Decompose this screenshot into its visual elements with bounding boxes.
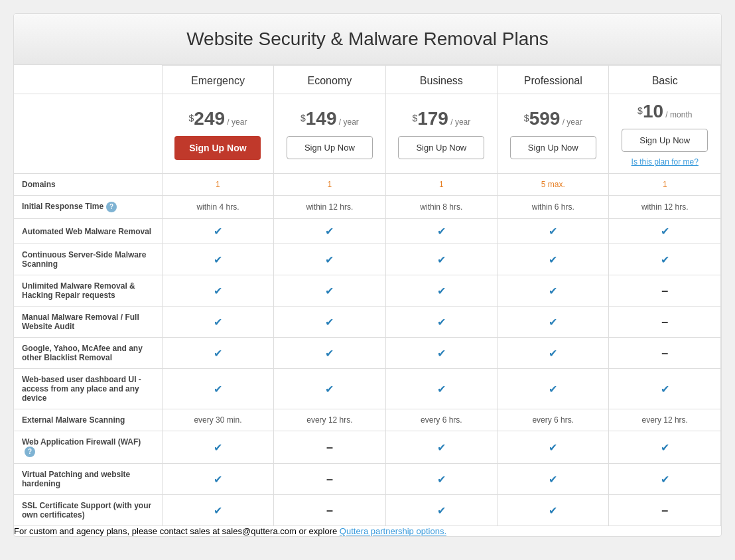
feature-row: SSL Certificate Support (with your own c… bbox=[14, 495, 721, 526]
footer-row: For custom and agency plans, please cont… bbox=[14, 526, 721, 537]
feature-row: Continuous Server-Side Malware Scanning✔… bbox=[14, 244, 721, 275]
check-icon: ✔ bbox=[214, 474, 222, 485]
check-icon: ✔ bbox=[325, 285, 334, 297]
feature-value: ✔ bbox=[385, 431, 497, 464]
signup-button-emergency[interactable]: Sign Up Now bbox=[174, 136, 261, 160]
feature-value: ✔ bbox=[274, 219, 385, 244]
feature-row: Domains1115 max.1 bbox=[14, 174, 721, 196]
check-icon: ✔ bbox=[549, 505, 557, 516]
feature-value: ✔ bbox=[498, 219, 609, 244]
feature-name: Initial Response Time? bbox=[14, 196, 162, 219]
feature-name: Web-based user dashboard UI - access fro… bbox=[14, 369, 162, 409]
feature-value: ✔ bbox=[385, 495, 497, 526]
feature-value: ✔ bbox=[498, 244, 609, 275]
feature-value: ✔ bbox=[162, 431, 273, 464]
empty-pricing bbox=[14, 94, 162, 174]
feature-value: ✔ bbox=[385, 307, 497, 338]
feature-value: ✔ bbox=[162, 219, 273, 244]
feature-value: ✔ bbox=[385, 219, 497, 244]
feature-value: – bbox=[609, 275, 721, 307]
plan-price-economy: $149 / yearSign Up Now bbox=[274, 94, 385, 174]
check-icon: ✔ bbox=[661, 254, 669, 265]
feature-value: – bbox=[609, 307, 721, 338]
check-icon: ✔ bbox=[214, 505, 222, 516]
check-icon: ✔ bbox=[325, 254, 334, 265]
dash-icon: – bbox=[326, 472, 333, 486]
page-header: Website Security & Malware Removal Plans bbox=[14, 14, 721, 65]
check-icon: ✔ bbox=[549, 348, 557, 359]
signup-button-basic[interactable]: Sign Up Now bbox=[622, 129, 708, 152]
feature-value: within 12 hrs. bbox=[609, 196, 721, 219]
check-icon: ✔ bbox=[325, 226, 334, 237]
check-icon: ✔ bbox=[214, 348, 222, 359]
check-icon: ✔ bbox=[661, 474, 669, 485]
feature-value: 5 max. bbox=[498, 174, 609, 196]
check-icon: ✔ bbox=[214, 254, 222, 265]
dash-icon: – bbox=[661, 284, 668, 297]
plan-name-basic: Basic bbox=[609, 66, 721, 94]
feature-value: ✔ bbox=[609, 464, 721, 495]
feature-value: – bbox=[274, 464, 385, 495]
check-icon: ✔ bbox=[325, 384, 334, 395]
feature-value: ✔ bbox=[609, 431, 721, 464]
feature-name: Unlimited Malware Removal & Hacking Repa… bbox=[14, 275, 162, 307]
main-container: Website Security & Malware Removal Plans… bbox=[13, 13, 722, 537]
feature-value: ✔ bbox=[162, 464, 273, 495]
help-icon[interactable]: ? bbox=[25, 447, 35, 457]
plan-price-basic: $10 / monthSign Up NowIs this plan for m… bbox=[609, 94, 721, 174]
check-icon: ✔ bbox=[549, 474, 557, 485]
check-icon: ✔ bbox=[437, 474, 446, 485]
check-icon: ✔ bbox=[661, 384, 669, 395]
feature-value: ✔ bbox=[274, 307, 385, 338]
feature-value: ✔ bbox=[385, 369, 497, 409]
feature-value: ✔ bbox=[498, 338, 609, 369]
feature-row: Unlimited Malware Removal & Hacking Repa… bbox=[14, 275, 721, 307]
check-icon: ✔ bbox=[325, 316, 334, 328]
feature-name: Domains bbox=[14, 174, 162, 196]
feature-name: Manual Malware Removal / Full Website Au… bbox=[14, 307, 162, 338]
help-icon[interactable]: ? bbox=[106, 202, 117, 212]
feature-value: ✔ bbox=[274, 275, 385, 307]
check-icon: ✔ bbox=[214, 226, 222, 237]
feature-row: External Malware Scanningevery 30 min.ev… bbox=[14, 409, 721, 431]
dash-icon: – bbox=[326, 441, 333, 454]
dash-icon: – bbox=[326, 504, 333, 517]
check-icon: ✔ bbox=[549, 254, 557, 265]
feature-value: ✔ bbox=[162, 495, 273, 526]
footer-link[interactable]: Quttera partnership options. bbox=[340, 526, 446, 536]
feature-value: ✔ bbox=[385, 338, 497, 369]
feature-value: ✔ bbox=[498, 307, 609, 338]
feature-name: Virtual Patching and website hardening bbox=[14, 464, 162, 495]
feature-value: ✔ bbox=[385, 244, 497, 275]
feature-name: Continuous Server-Side Malware Scanning bbox=[14, 244, 162, 275]
feature-row: Virtual Patching and website hardening✔–… bbox=[14, 464, 721, 495]
check-icon: ✔ bbox=[549, 384, 557, 395]
feature-value: within 8 hrs. bbox=[385, 196, 497, 219]
feature-value: 1 bbox=[274, 174, 385, 196]
check-icon: ✔ bbox=[661, 226, 669, 237]
signup-button-economy[interactable]: Sign Up Now bbox=[287, 136, 373, 159]
plan-name-professional: Professional bbox=[498, 66, 609, 94]
signup-button-business[interactable]: Sign Up Now bbox=[398, 136, 484, 159]
check-icon: ✔ bbox=[437, 226, 446, 237]
feature-value: 1 bbox=[609, 174, 721, 196]
feature-name: Automated Web Malware Removal bbox=[14, 219, 162, 244]
feature-value: – bbox=[609, 495, 721, 526]
check-icon: ✔ bbox=[437, 348, 446, 359]
check-icon: ✔ bbox=[325, 348, 334, 359]
plan-names-row: EmergencyEconomyBusinessProfessionalBasi… bbox=[14, 66, 721, 94]
feature-value: ✔ bbox=[162, 307, 273, 338]
feature-name: SSL Certificate Support (with your own c… bbox=[14, 495, 162, 526]
feature-row: Initial Response Time?within 4 hrs.withi… bbox=[14, 196, 721, 219]
feature-name: Web Application Firewall (WAF)? bbox=[14, 431, 162, 464]
feature-value: – bbox=[274, 495, 385, 526]
plan-link-basic[interactable]: Is this plan for me? bbox=[614, 157, 715, 167]
feature-value: every 6 hrs. bbox=[498, 409, 609, 431]
feature-row: Web Application Firewall (WAF)?✔–✔✔✔ bbox=[14, 431, 721, 464]
feature-row: Google, Yahoo, McAfee and any other Blac… bbox=[14, 338, 721, 369]
feature-value: within 4 hrs. bbox=[162, 196, 273, 219]
feature-value: every 30 min. bbox=[162, 409, 273, 431]
feature-value: 1 bbox=[162, 174, 273, 196]
feature-value: every 6 hrs. bbox=[385, 409, 497, 431]
signup-button-professional[interactable]: Sign Up Now bbox=[510, 136, 596, 159]
